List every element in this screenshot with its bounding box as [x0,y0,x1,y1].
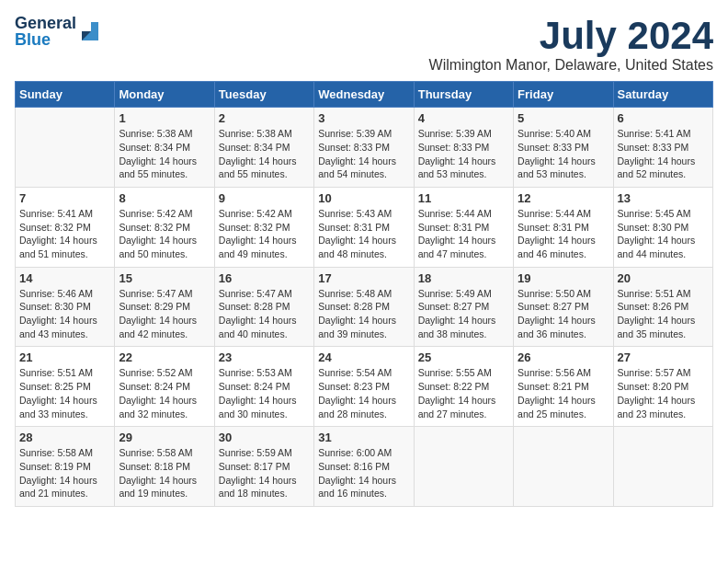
calendar-cell: 15Sunrise: 5:47 AM Sunset: 8:29 PM Dayli… [115,267,214,347]
day-number: 31 [318,431,409,444]
cell-content: Sunrise: 5:52 AM Sunset: 8:24 PM Dayligh… [119,366,210,420]
calendar-cell [613,427,712,507]
header-cell-friday: Friday [514,82,613,108]
day-number: 1 [119,111,210,125]
week-row-3: 21Sunrise: 5:51 AM Sunset: 8:25 PM Dayli… [16,347,713,427]
header-cell-wednesday: Wednesday [314,82,414,108]
day-number: 18 [418,271,509,285]
calendar-cell: 21Sunrise: 5:51 AM Sunset: 8:25 PM Dayli… [16,347,115,427]
header-cell-thursday: Thursday [414,82,513,108]
calendar-cell: 13Sunrise: 5:45 AM Sunset: 8:30 PM Dayli… [613,187,712,267]
cell-content: Sunrise: 5:57 AM Sunset: 8:20 PM Dayligh… [618,366,709,420]
cell-content: Sunrise: 5:41 AM Sunset: 8:33 PM Dayligh… [618,127,709,181]
page-header: General Blue July 2024 Wilmington Manor,… [15,15,713,74]
calendar-table: SundayMondayTuesdayWednesdayThursdayFrid… [15,81,713,507]
location-subtitle: Wilmington Manor, Delaware, United State… [429,57,713,74]
cell-content: Sunrise: 5:56 AM Sunset: 8:21 PM Dayligh… [518,366,609,420]
calendar-cell [514,427,613,507]
calendar-cell [16,108,115,188]
day-number: 4 [418,111,509,125]
cell-content: Sunrise: 5:59 AM Sunset: 8:17 PM Dayligh… [219,446,310,500]
cell-content: Sunrise: 5:47 AM Sunset: 8:29 PM Dayligh… [119,287,210,341]
calendar-cell: 28Sunrise: 5:58 AM Sunset: 8:19 PM Dayli… [16,427,115,507]
day-number: 9 [219,191,310,205]
day-number: 29 [119,431,210,444]
day-number: 8 [119,191,210,205]
cell-content: Sunrise: 5:51 AM Sunset: 8:25 PM Dayligh… [19,366,110,420]
day-number: 11 [418,191,509,205]
calendar-cell: 11Sunrise: 5:44 AM Sunset: 8:31 PM Dayli… [414,187,513,267]
calendar-cell: 25Sunrise: 5:55 AM Sunset: 8:22 PM Dayli… [414,347,513,427]
day-number: 19 [518,271,609,285]
logo-general-text: General [15,15,76,31]
day-number: 24 [318,350,409,364]
week-row-0: 1Sunrise: 5:38 AM Sunset: 8:34 PM Daylig… [16,108,713,188]
cell-content: Sunrise: 5:40 AM Sunset: 8:33 PM Dayligh… [518,127,609,181]
calendar-cell: 29Sunrise: 5:58 AM Sunset: 8:18 PM Dayli… [115,427,214,507]
header-cell-monday: Monday [115,82,214,108]
day-number: 25 [418,350,509,364]
logo-icon [78,18,98,44]
calendar-cell: 23Sunrise: 5:53 AM Sunset: 8:24 PM Dayli… [214,347,313,427]
cell-content: Sunrise: 5:39 AM Sunset: 8:33 PM Dayligh… [318,127,409,181]
day-number: 14 [19,271,110,285]
calendar-body: 1Sunrise: 5:38 AM Sunset: 8:34 PM Daylig… [16,108,713,507]
cell-content: Sunrise: 5:55 AM Sunset: 8:22 PM Dayligh… [418,366,509,420]
day-number: 16 [219,271,310,285]
day-number: 30 [219,431,310,444]
day-number: 22 [119,350,210,364]
calendar-cell: 20Sunrise: 5:51 AM Sunset: 8:26 PM Dayli… [613,267,712,347]
calendar-cell: 5Sunrise: 5:40 AM Sunset: 8:33 PM Daylig… [514,108,613,188]
cell-content: Sunrise: 5:54 AM Sunset: 8:23 PM Dayligh… [318,366,409,420]
cell-content: Sunrise: 5:58 AM Sunset: 8:19 PM Dayligh… [19,446,110,500]
day-number: 21 [19,350,110,364]
calendar-cell: 31Sunrise: 6:00 AM Sunset: 8:16 PM Dayli… [314,427,414,507]
calendar-cell: 22Sunrise: 5:52 AM Sunset: 8:24 PM Dayli… [115,347,214,427]
cell-content: Sunrise: 5:46 AM Sunset: 8:30 PM Dayligh… [19,287,110,341]
cell-content: Sunrise: 5:42 AM Sunset: 8:32 PM Dayligh… [219,207,310,261]
cell-content: Sunrise: 5:53 AM Sunset: 8:24 PM Dayligh… [219,366,310,420]
calendar-cell: 10Sunrise: 5:43 AM Sunset: 8:31 PM Dayli… [314,187,414,267]
cell-content: Sunrise: 5:41 AM Sunset: 8:32 PM Dayligh… [19,207,110,261]
day-number: 3 [318,111,409,125]
calendar-cell: 14Sunrise: 5:46 AM Sunset: 8:30 PM Dayli… [16,267,115,347]
cell-content: Sunrise: 5:42 AM Sunset: 8:32 PM Dayligh… [119,207,210,261]
cell-content: Sunrise: 5:49 AM Sunset: 8:27 PM Dayligh… [418,287,509,341]
calendar-header: SundayMondayTuesdayWednesdayThursdayFrid… [16,82,713,108]
calendar-cell [414,427,513,507]
week-row-4: 28Sunrise: 5:58 AM Sunset: 8:19 PM Dayli… [16,427,713,507]
week-row-1: 7Sunrise: 5:41 AM Sunset: 8:32 PM Daylig… [16,187,713,267]
header-row: SundayMondayTuesdayWednesdayThursdayFrid… [16,82,713,108]
cell-content: Sunrise: 5:38 AM Sunset: 8:34 PM Dayligh… [219,127,310,181]
calendar-cell: 30Sunrise: 5:59 AM Sunset: 8:17 PM Dayli… [214,427,313,507]
calendar-cell: 19Sunrise: 5:50 AM Sunset: 8:27 PM Dayli… [514,267,613,347]
calendar-cell: 17Sunrise: 5:48 AM Sunset: 8:28 PM Dayli… [314,267,414,347]
day-number: 20 [618,271,709,285]
calendar-cell: 27Sunrise: 5:57 AM Sunset: 8:20 PM Dayli… [613,347,712,427]
header-cell-saturday: Saturday [613,82,712,108]
week-row-2: 14Sunrise: 5:46 AM Sunset: 8:30 PM Dayli… [16,267,713,347]
cell-content: Sunrise: 5:43 AM Sunset: 8:31 PM Dayligh… [318,207,409,261]
day-number: 7 [19,191,110,205]
calendar-cell: 8Sunrise: 5:42 AM Sunset: 8:32 PM Daylig… [115,187,214,267]
title-block: July 2024 Wilmington Manor, Delaware, Un… [429,15,713,74]
calendar-cell: 18Sunrise: 5:49 AM Sunset: 8:27 PM Dayli… [414,267,513,347]
day-number: 23 [219,350,310,364]
header-cell-sunday: Sunday [16,82,115,108]
day-number: 5 [518,111,609,125]
calendar-cell: 7Sunrise: 5:41 AM Sunset: 8:32 PM Daylig… [16,187,115,267]
calendar-cell: 26Sunrise: 5:56 AM Sunset: 8:21 PM Dayli… [514,347,613,427]
cell-content: Sunrise: 6:00 AM Sunset: 8:16 PM Dayligh… [318,446,409,500]
calendar-cell: 1Sunrise: 5:38 AM Sunset: 8:34 PM Daylig… [115,108,214,188]
cell-content: Sunrise: 5:51 AM Sunset: 8:26 PM Dayligh… [618,287,709,341]
calendar-cell: 3Sunrise: 5:39 AM Sunset: 8:33 PM Daylig… [314,108,414,188]
calendar-cell: 4Sunrise: 5:39 AM Sunset: 8:33 PM Daylig… [414,108,513,188]
day-number: 27 [618,350,709,364]
header-cell-tuesday: Tuesday [214,82,313,108]
day-number: 26 [518,350,609,364]
cell-content: Sunrise: 5:50 AM Sunset: 8:27 PM Dayligh… [518,287,609,341]
day-number: 10 [318,191,409,205]
cell-content: Sunrise: 5:47 AM Sunset: 8:28 PM Dayligh… [219,287,310,341]
cell-content: Sunrise: 5:44 AM Sunset: 8:31 PM Dayligh… [418,207,509,261]
logo: General Blue [15,15,98,48]
